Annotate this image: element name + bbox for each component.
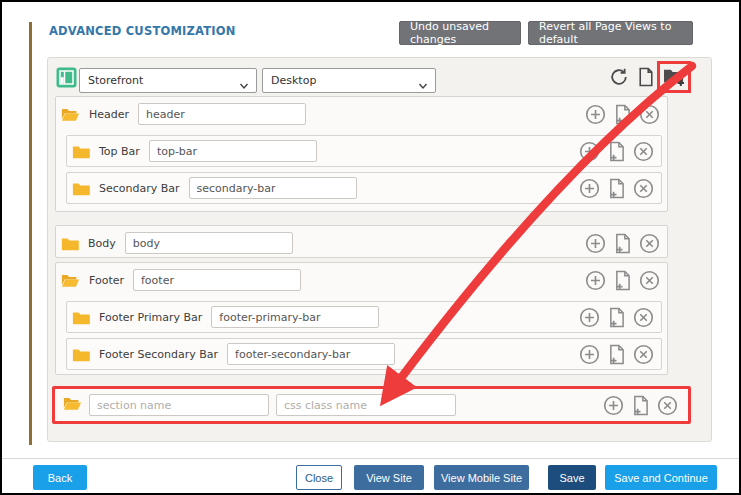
new-section-css-input[interactable]	[276, 394, 456, 416]
delete-circle-icon[interactable]	[633, 344, 654, 365]
section-group-body: Body	[55, 225, 668, 258]
left-accent-rule	[29, 22, 32, 445]
section-row-body: Body	[61, 228, 662, 258]
back-button[interactable]: Back	[33, 465, 87, 490]
close-button[interactable]: Close	[296, 465, 342, 490]
section-row-footer: Footer	[61, 265, 662, 295]
undo-unsaved-changes-button[interactable]: Undo unsaved changes	[399, 21, 521, 45]
page-plus-icon[interactable]	[614, 233, 631, 254]
add-circle-icon[interactable]	[585, 270, 606, 291]
new-section-name-input[interactable]	[89, 394, 269, 416]
revert-page-views-button[interactable]: Revert all Page Views to default	[528, 21, 693, 45]
page-plus-icon[interactable]	[608, 307, 625, 328]
section-label: Footer Secondary Bar	[99, 348, 218, 361]
delete-circle-icon[interactable]	[633, 307, 654, 328]
section-label: Top Bar	[99, 145, 140, 158]
section-css-input[interactable]	[211, 306, 379, 328]
panel-tools	[609, 67, 685, 87]
section-css-input[interactable]	[125, 232, 293, 254]
section-row-header: Header	[61, 99, 662, 129]
add-circle-icon[interactable]	[579, 141, 600, 162]
row-actions	[579, 141, 656, 162]
folder-open-icon	[63, 396, 82, 415]
section-row-footer-secondary-bar: Footer Secondary Bar	[66, 338, 662, 370]
row-actions	[579, 178, 656, 199]
folder-closed-icon	[72, 181, 90, 196]
advanced-customization-screen: ADVANCED CUSTOMIZATION Undo unsaved chan…	[0, 0, 741, 495]
page-plus-icon[interactable]	[614, 104, 631, 125]
add-circle-icon[interactable]	[603, 395, 624, 416]
section-label: Secondary Bar	[99, 182, 180, 195]
delete-circle-icon[interactable]	[639, 233, 660, 254]
section-css-input[interactable]	[133, 269, 301, 291]
page-plus-icon[interactable]	[614, 270, 631, 291]
add-circle-icon[interactable]	[585, 104, 606, 125]
section-row-top-bar: Top Bar	[66, 135, 662, 167]
save-button[interactable]: Save	[548, 465, 596, 490]
customization-panel: Storefront Desktop	[47, 57, 712, 442]
row-actions	[603, 395, 680, 416]
add-circle-icon[interactable]	[585, 233, 606, 254]
new-section-row	[52, 386, 691, 424]
device-select[interactable]: Desktop	[263, 69, 435, 92]
delete-circle-icon[interactable]	[639, 270, 660, 291]
row-actions	[585, 233, 662, 254]
section-group-footer: Footer Footer Primary Bar	[55, 262, 668, 375]
section-label: Header	[89, 108, 129, 121]
page-plus-icon[interactable]	[608, 178, 625, 199]
page-plus-icon[interactable]	[608, 344, 625, 365]
page-plus-icon[interactable]	[632, 395, 649, 416]
section-label: Footer Primary Bar	[99, 311, 202, 324]
delete-circle-icon[interactable]	[657, 395, 678, 416]
section-row-secondary-bar: Secondary Bar	[66, 172, 662, 204]
circular-arrow-icon[interactable]	[609, 67, 629, 87]
section-css-input[interactable]	[189, 177, 357, 199]
view-mobile-site-button[interactable]: View Mobile Site	[434, 465, 529, 490]
page-icon[interactable]	[638, 67, 654, 87]
add-circle-icon[interactable]	[579, 344, 600, 365]
storefront-layout-icon	[56, 67, 77, 92]
folder-closed-icon	[61, 236, 79, 251]
delete-circle-icon[interactable]	[633, 141, 654, 162]
save-and-continue-button[interactable]: Save and Continue	[605, 465, 717, 490]
section-label: Body	[88, 237, 116, 250]
row-actions	[585, 104, 662, 125]
folder-plus-icon[interactable]	[663, 67, 685, 87]
section-css-input[interactable]	[149, 140, 317, 162]
page-view-select-wrap: Storefront	[79, 68, 257, 93]
section-group-header: Header Top Bar	[55, 96, 668, 212]
view-site-button[interactable]: View Site	[354, 465, 424, 490]
delete-circle-icon[interactable]	[639, 104, 660, 125]
page-plus-icon[interactable]	[608, 141, 625, 162]
folder-closed-icon	[72, 144, 90, 159]
add-circle-icon[interactable]	[579, 178, 600, 199]
section-css-input[interactable]	[138, 103, 306, 125]
folder-closed-icon	[72, 347, 90, 362]
section-row-footer-primary-bar: Footer Primary Bar	[66, 301, 662, 333]
page-title: ADVANCED CUSTOMIZATION	[49, 24, 236, 38]
folder-open-icon	[61, 273, 80, 288]
row-actions	[579, 344, 656, 365]
folder-closed-icon	[72, 310, 90, 325]
page-view-select[interactable]: Storefront	[80, 69, 256, 92]
row-actions	[579, 307, 656, 328]
folder-open-icon	[61, 107, 80, 122]
device-select-wrap: Desktop	[262, 68, 436, 93]
add-circle-icon[interactable]	[579, 307, 600, 328]
row-actions	[585, 270, 662, 291]
section-css-input[interactable]	[227, 343, 395, 365]
section-label: Footer	[89, 274, 124, 287]
footer-divider	[2, 458, 741, 459]
delete-circle-icon[interactable]	[633, 178, 654, 199]
